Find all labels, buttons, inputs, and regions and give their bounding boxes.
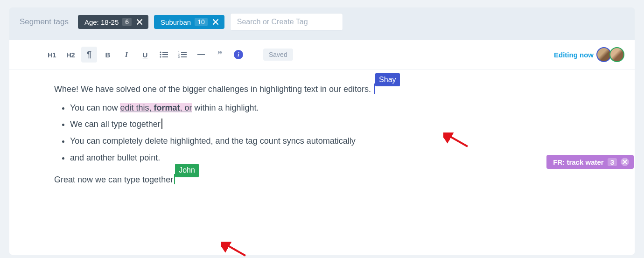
list-item[interactable]: You can completely delete highlighted, a… <box>70 134 600 148</box>
cursor-label: John <box>175 164 199 177</box>
paragraph[interactable]: Whee! We have solved one of the bigger c… <box>54 83 600 97</box>
collaborator-cursor-shay: Shay <box>373 83 375 97</box>
pilcrow-icon: ¶ <box>87 50 91 60</box>
tag-chip-label: Age: 18-25 <box>84 18 119 26</box>
collaborator-avatars <box>598 47 624 62</box>
tag-chip-age[interactable]: Age: 18-25 6 <box>78 15 148 29</box>
text: Whee! We have solved one of the bigger c… <box>54 84 373 94</box>
tag-chip-label: Suburban <box>161 18 191 26</box>
svg-rect-7 <box>181 52 187 53</box>
segment-tags-label: Segment tags <box>20 17 69 27</box>
heading-2-button[interactable]: H2 <box>63 47 78 63</box>
italic-button[interactable]: I <box>119 47 134 63</box>
svg-point-2 <box>160 54 161 55</box>
list-item[interactable]: You can now edit this, format, or within… <box>70 101 600 115</box>
collaborator-cursor-john: John <box>173 173 175 187</box>
bullet-list[interactable]: You can now edit this, format, or within… <box>54 101 600 165</box>
text-caret <box>161 119 162 129</box>
text: Great now we can type together <box>54 175 173 184</box>
svg-rect-5 <box>162 56 168 57</box>
tag-chip-count: 6 <box>122 18 132 26</box>
tag-search-input[interactable] <box>230 13 343 31</box>
close-icon[interactable] <box>211 18 220 26</box>
tag-chip-count: 3 <box>608 158 617 166</box>
info-icon: i <box>234 50 243 59</box>
tag-chip-count: 10 <box>195 18 208 26</box>
editing-now-label[interactable]: Editing now <box>554 51 594 59</box>
svg-line-13 <box>226 244 245 256</box>
svg-text:3: 3 <box>178 56 180 58</box>
toolbar-right: Editing now <box>554 47 624 62</box>
text: You can now <box>70 103 120 112</box>
bullet-list-icon <box>160 51 168 58</box>
close-icon[interactable] <box>135 18 144 26</box>
editor-toolbar: H1 H2 ¶ B I U 1 2 3 ” i <box>9 40 635 70</box>
svg-rect-11 <box>181 56 187 57</box>
segment-tags-bar: Segment tags Age: 18-25 6 Suburban 10 <box>9 7 635 40</box>
bold-button[interactable]: B <box>100 47 116 63</box>
paragraph[interactable]: Great now we can type togetherJohn <box>54 173 600 187</box>
save-status: Saved <box>263 49 293 61</box>
editor-panel: H1 H2 ¶ B I U 1 2 3 ” i <box>9 40 635 255</box>
avatar[interactable] <box>609 47 624 62</box>
svg-point-4 <box>160 56 161 57</box>
numbered-list-icon: 1 2 3 <box>178 51 187 58</box>
inline-tag-track-water[interactable]: FR: track water 3 <box>546 155 634 169</box>
text: and another bullet point. <box>70 153 160 162</box>
text: You can completely delete highlighted, a… <box>70 136 356 146</box>
annotation-arrow-icon <box>221 242 249 258</box>
paragraph-button[interactable]: ¶ <box>81 47 97 63</box>
quote-icon: ” <box>217 49 222 60</box>
bullet-list-button[interactable] <box>156 47 172 63</box>
list-item[interactable]: and another bullet point. <box>70 151 600 165</box>
tag-chip-suburban[interactable]: Suburban 10 <box>154 15 224 29</box>
minus-icon <box>197 54 205 55</box>
tag-chip-label: FR: track water <box>553 158 603 166</box>
numbered-list-button[interactable]: 1 2 3 <box>175 47 190 63</box>
highlighted-text[interactable]: edit this, format, or <box>120 103 192 112</box>
list-item[interactable]: We can all type together <box>70 118 600 132</box>
text: within a highlight. <box>192 103 259 112</box>
cursor-label: Shay <box>375 73 399 86</box>
text: We can all type together <box>70 119 161 129</box>
svg-rect-3 <box>162 54 168 55</box>
svg-rect-1 <box>162 52 168 53</box>
underline-button[interactable]: U <box>137 47 153 63</box>
svg-rect-9 <box>181 54 187 55</box>
blockquote-button[interactable]: ” <box>212 47 228 63</box>
svg-point-0 <box>160 51 161 53</box>
document-body[interactable]: Whee! We have solved one of the bigger c… <box>9 70 635 195</box>
heading-1-button[interactable]: H1 <box>44 47 60 63</box>
close-icon[interactable] <box>621 158 629 166</box>
divider-button[interactable] <box>193 47 209 63</box>
info-button[interactable]: i <box>231 47 246 63</box>
